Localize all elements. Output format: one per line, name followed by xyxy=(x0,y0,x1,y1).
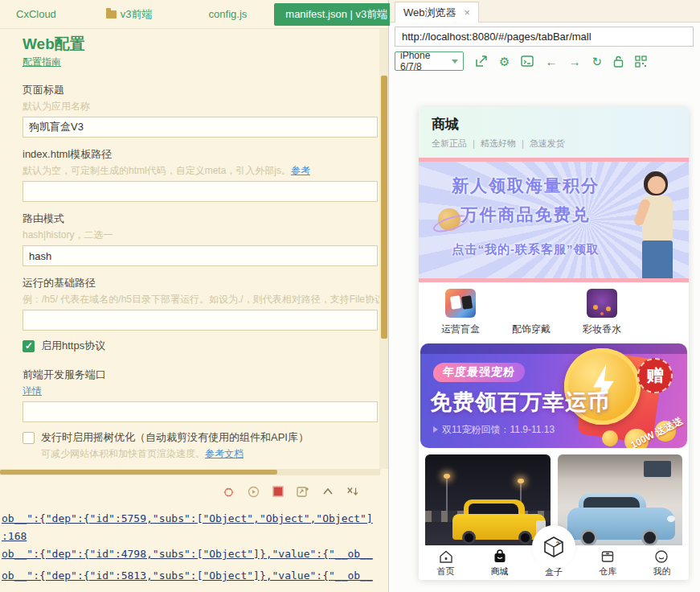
console-line[interactable]: ob__":{"dep":{"id":5759,"subs":["Object"… xyxy=(2,512,388,524)
field-dev-port: 前端开发服务端口 详情 xyxy=(23,368,378,422)
category-accessories[interactable]: 配饰穿戴 xyxy=(502,289,560,342)
makeup-category-icon xyxy=(587,289,617,318)
category-label: 运营盲盒 xyxy=(432,323,489,336)
treeshake-label: 发行时启用摇树优化（自动裁剪没有使用的组件和API库） xyxy=(41,430,309,445)
banner2-title: 免费领百万幸运币 xyxy=(430,388,610,417)
devtools-icon[interactable] xyxy=(521,56,534,67)
web-config-form: Web配置 配置指南 页面标题 默认为应用名称 index.html模板路径 默… xyxy=(0,29,380,469)
field-label: 路由模式 xyxy=(23,212,378,226)
editor-horizontal-scrollbar[interactable] xyxy=(0,469,380,475)
product-photo-blue-car[interactable] xyxy=(558,454,683,549)
tabbar-home[interactable]: 首页 xyxy=(419,545,473,580)
lock-icon[interactable] xyxy=(613,56,624,68)
product-photo-yellow-car[interactable] xyxy=(425,454,551,549)
treeshake-checkbox[interactable] xyxy=(23,432,35,444)
tab-manifest-json[interactable]: manifest.json | v3前端 xyxy=(274,3,399,26)
category-blindbox[interactable]: 运营盲盒 xyxy=(432,289,489,342)
dev-port-input[interactable] xyxy=(23,401,378,422)
field-hint: hash|history，二选一 xyxy=(23,228,378,242)
mall-subtitle: 全新正品 ｜ 精选好物 ｜ 急速发货 xyxy=(432,138,676,150)
editor-pane: CxCloud v3前端 config.js manifest.json | v… xyxy=(0,0,389,592)
promo-banner-double11[interactable]: 赠 年度最强宠粉 免费领百万幸运币 双11宠粉回馈：11.9-11.13 100… xyxy=(420,343,687,448)
field-router-mode: 路由模式 hash|history，二选一 xyxy=(23,212,378,266)
url-bar[interactable] xyxy=(395,27,694,47)
qrcode-icon[interactable] xyxy=(635,56,647,68)
mobile-preview: 商城 全新正品 ｜ 精选好物 ｜ 急速发货 新人领取海量积分 万件商品免费兑 点… xyxy=(419,107,689,580)
gift-badge: 赠 xyxy=(637,358,673,393)
coin-icon xyxy=(602,430,618,446)
page-title-input[interactable] xyxy=(23,117,378,138)
refresh-icon[interactable]: ↻ xyxy=(592,56,602,68)
folder-icon xyxy=(106,10,117,18)
restart-icon[interactable] xyxy=(247,485,260,498)
banner1-line2: 万件商品免费兑 xyxy=(419,204,632,226)
browser-tabstrip: Web浏览器 × xyxy=(390,0,700,23)
mall-title: 商城 xyxy=(432,115,676,134)
https-checkbox[interactable] xyxy=(23,340,35,352)
browser-pane: Web浏览器 × iPhone 6/7/8 ⚙ ← → ↻ xyxy=(390,0,700,592)
tabbar-mall-active[interactable]: 商城 xyxy=(473,545,526,580)
browser-toolbar: iPhone 6/7/8 ⚙ ← → ↻ xyxy=(395,51,694,72)
device-select[interactable]: iPhone 6/7/8 xyxy=(395,51,464,71)
scrollbar-thumb[interactable] xyxy=(0,470,277,475)
reference-link[interactable]: 参考 xyxy=(291,165,310,176)
browser-tab[interactable]: Web浏览器 × xyxy=(395,2,479,23)
field-index-template: index.html模板路径 默认为空，可定制生成的html代码，自定义meta… xyxy=(23,147,378,202)
editor-vertical-scrollbar[interactable] xyxy=(379,29,388,469)
reference-doc-link[interactable]: 参考文档 xyxy=(205,448,244,459)
console-line[interactable]: ob__":{"dep":{"id":4798,"subs":["Object"… xyxy=(2,548,388,560)
category-label: 彩妆香水 xyxy=(573,323,631,336)
details-link[interactable]: 详情 xyxy=(23,385,42,397)
field-label: index.html模板路径 xyxy=(23,147,378,162)
editor-tabstrip: CxCloud v3前端 config.js manifest.json | v… xyxy=(0,0,388,29)
tabbar-profile[interactable]: 我的 xyxy=(635,545,689,580)
field-hint: 默认为应用名称 xyxy=(23,100,378,113)
field-page-title: 页面标题 默认为应用名称 xyxy=(23,83,378,138)
promo-banner-newuser[interactable]: 新人领取海量积分 万件商品免费兑 点击“我的-联系客服”领取 xyxy=(419,158,689,282)
smiley-profile-icon xyxy=(653,549,669,565)
config-guide-link[interactable]: 配置指南 xyxy=(23,56,61,68)
open-external-icon[interactable] xyxy=(475,55,488,68)
tab-v3-frontend[interactable]: v3前端 xyxy=(98,3,161,26)
accessories-category-icon xyxy=(516,289,546,318)
box-center-button[interactable]: ? xyxy=(532,525,575,569)
category-label: 配饰穿戴 xyxy=(502,323,560,336)
field-hint: 默认为空，可定制生成的html代码，自定义meta，引入外部js。参考 xyxy=(23,164,378,178)
banner2-top-strip xyxy=(420,343,687,354)
settings-gear-icon[interactable]: ⚙ xyxy=(499,56,510,68)
base-path-input[interactable] xyxy=(23,310,378,331)
category-row: 运营盲盒 配饰穿戴 彩妆香水 xyxy=(419,282,689,342)
banner2-subtitle: 双11宠粉回馈：11.9-11.13 xyxy=(433,423,555,437)
close-console-icon[interactable] xyxy=(346,485,359,498)
console-toolbar xyxy=(222,485,359,498)
collapse-icon[interactable] xyxy=(321,485,334,498)
ide-window: CxCloud v3前端 config.js manifest.json | v… xyxy=(0,0,700,592)
blindbox-category-icon xyxy=(445,289,476,318)
close-tab-icon[interactable]: × xyxy=(465,6,471,18)
index-template-input[interactable] xyxy=(23,181,378,202)
router-mode-input[interactable] xyxy=(23,245,378,266)
console-output: ob__":{"dep":{"id":5759,"subs":["Object"… xyxy=(2,512,388,587)
field-hint: 例：/h5/ 代表在域名的/h5目录下部署运行。如设为./，则代表相对路径，支持… xyxy=(23,293,380,306)
tabbar-box-center[interactable]: ? 盒子 xyxy=(526,545,580,580)
mystery-box-icon: ? xyxy=(542,535,566,559)
open-new-window-icon[interactable] xyxy=(297,485,309,498)
forward-arrow-icon[interactable]: → xyxy=(568,56,580,68)
banner1-line1: 新人领取海量积分 xyxy=(419,175,632,197)
tabbar-warehouse[interactable]: 仓库 xyxy=(581,545,635,580)
mall-tabbar: 首页 商城 ? 盒子 仓库 我的 xyxy=(419,545,689,580)
tab-config-js[interactable]: config.js xyxy=(201,4,256,24)
tab-cxcloud[interactable]: CxCloud xyxy=(8,4,64,24)
field-label: 页面标题 xyxy=(23,83,378,97)
stop-icon[interactable] xyxy=(272,485,285,498)
scrollbar-thumb[interactable] xyxy=(381,76,387,339)
console-line[interactable]: ob__":{"dep":{"id":5813,"subs":["Object"… xyxy=(2,569,388,582)
back-arrow-icon[interactable]: ← xyxy=(545,56,557,68)
banner1-line3: 点击“我的-联系客服”领取 xyxy=(419,242,632,257)
bug-icon[interactable] xyxy=(222,485,235,498)
category-makeup[interactable]: 彩妆香水 xyxy=(573,289,631,342)
console-line[interactable]: :168 xyxy=(2,530,388,542)
warehouse-safe-icon xyxy=(600,549,616,565)
mall-header: 商城 全新正品 ｜ 精选好物 ｜ 急速发货 xyxy=(419,107,689,158)
caret-down-icon xyxy=(452,60,458,64)
